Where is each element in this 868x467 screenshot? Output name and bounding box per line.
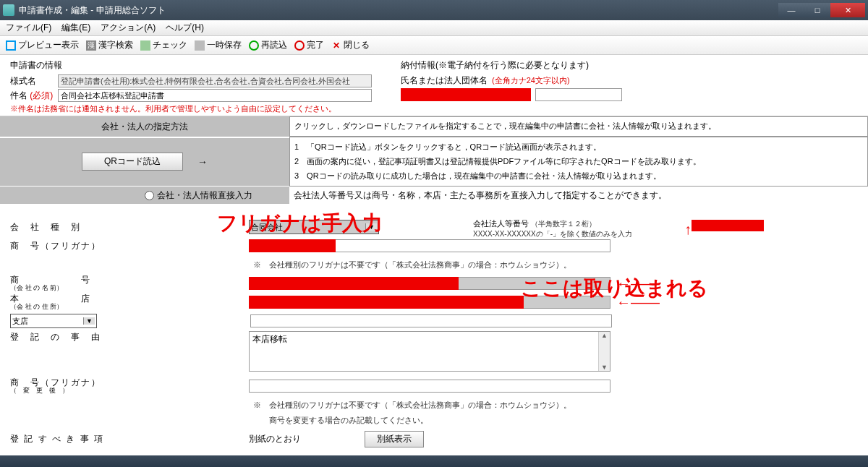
preview-button[interactable]: プレビュー表示 (6, 39, 79, 51)
direct-input-radio[interactable] (145, 191, 154, 200)
kanji-search-button[interactable]: 漢漢字検索 (86, 39, 133, 51)
honten-redacted (249, 296, 524, 309)
subeki-value: 別紙のとおり (249, 433, 365, 445)
subeki-label: 登 記 す べ き 事 項 (10, 433, 126, 445)
save-icon (195, 40, 205, 51)
qr-read-button[interactable]: QRコード読込 (82, 153, 183, 171)
furigana2-input[interactable] (249, 380, 610, 393)
qr-instructions: 1 「QRコード読込」ボタンをクリックすると，QRコード読込画面が表示されます。… (289, 137, 868, 187)
kenmei-warning: ※件名は法務省には通知されません。利用者で管理しやすいよう自由に設定してください… (10, 103, 372, 114)
maximize-button[interactable]: □ (804, 3, 830, 17)
annotation-furigana: フリガナは手入力 (217, 210, 383, 237)
preview-icon (6, 40, 16, 51)
furigana-redacted (249, 239, 336, 252)
name-redacted (401, 88, 531, 101)
name-label: 氏名または法人団体名 (401, 74, 488, 87)
corp-num-redacted (692, 220, 764, 231)
annotation-imported: ここは取り込まれる (521, 275, 708, 302)
info-left-title: 申請書の情報 (10, 59, 372, 72)
menu-file[interactable]: ファイル(F) (6, 22, 51, 34)
scrollbar[interactable]: ▲▼ (598, 332, 610, 371)
direct-input-label: 会社・法人情報直接入力 (157, 189, 252, 202)
kenmei-label: 件名 (必須) (10, 90, 54, 102)
close-icon: ✕ (331, 40, 341, 51)
check-icon (140, 40, 150, 51)
done-icon (294, 40, 305, 51)
shiten-input[interactable] (250, 314, 612, 327)
taskbar[interactable] (0, 455, 868, 467)
furigana-note: ※ 会社種別のフリガナは不要です（「株式会社法務商事」の場合：ホウムショウジ）。 (253, 260, 571, 270)
arrow-up-icon: ↑ (684, 221, 692, 238)
spec-method-header: 会社・法人の指定方法 (0, 116, 289, 137)
shogo-label: 商 号（会 社 の 名 前） (10, 275, 126, 292)
kenmei-input[interactable] (58, 89, 372, 102)
close-button[interactable]: ✕閉じる (331, 39, 370, 51)
style-label: 様式名 (10, 75, 54, 87)
shogo-redacted (249, 277, 459, 290)
name-input[interactable] (535, 88, 622, 101)
reload-icon (249, 40, 259, 51)
honten-label: 本 店（会 社 の 住 所） (10, 294, 126, 311)
instruction-top: クリックし，ダウンロードしたファイルを指定することで，現在編集中の申請書に会社・… (289, 116, 868, 137)
reload-button[interactable]: 再読込 (249, 39, 287, 51)
furigana2-note2: 商号を変更する場合のみ記載してください。 (253, 415, 428, 426)
jiyuu-textarea[interactable]: 本店移転 ▲▼ (249, 331, 610, 372)
style-input (58, 74, 372, 87)
info-right-title: 納付情報(※電子納付を行う際に必要となります) (401, 59, 858, 72)
done-button[interactable]: 完了 (294, 39, 324, 51)
app-icon (3, 4, 14, 16)
shiten-select[interactable]: 支店▼ (10, 314, 97, 328)
menu-edit[interactable]: 編集(E) (61, 22, 90, 34)
furigana-label: 商 号（フリガナ） (10, 240, 126, 252)
arrow-icon: → (197, 156, 208, 168)
furigana2-label: 商 号（フリガナ）（ 変 更 後 ） (10, 378, 126, 395)
type-label: 会 社 種 別 (10, 221, 126, 234)
window-title: 申請書作成・編集 - 申請用総合ソフト (19, 4, 166, 17)
furigana2-note1: ※ 会社種別のフリガナは不要です（「株式会社法務商事」の場合：ホウムショウジ）。 (253, 400, 571, 411)
menu-help[interactable]: ヘルプ(H) (166, 22, 204, 34)
name-hint: (全角カナ24文字以内) (492, 75, 570, 86)
jiyuu-label: 登 記 の 事 由 (10, 331, 126, 343)
direct-input-desc: 会社法人等番号又は商号・名称，本店・主たる事務所を直接入力して指定することができ… (289, 188, 868, 203)
kanji-icon: 漢 (86, 40, 96, 51)
chevron-down-icon-2: ▼ (83, 317, 95, 325)
tempsave-button[interactable]: 一時保存 (195, 39, 242, 51)
window-close-button[interactable]: ✕ (830, 3, 865, 17)
corp-num-label: 会社法人等番号 (473, 219, 529, 228)
check-button[interactable]: チェック (140, 39, 187, 51)
bessi-button[interactable]: 別紙表示 (365, 431, 424, 447)
minimize-button[interactable]: — (778, 3, 804, 17)
menu-action[interactable]: アクション(A) (101, 22, 156, 34)
